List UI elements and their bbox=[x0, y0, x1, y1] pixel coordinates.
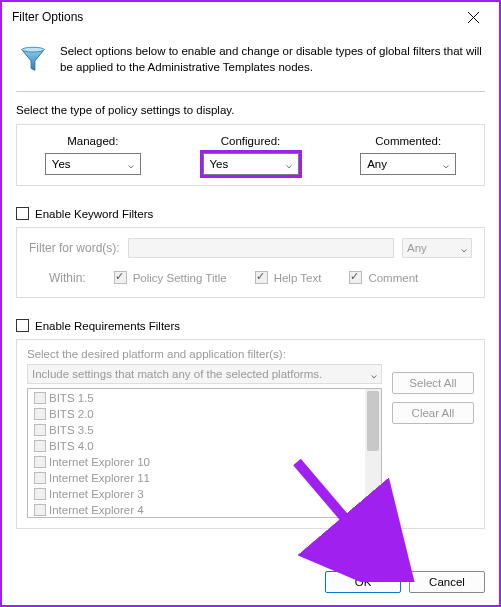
requirements-group: Select the desired platform and applicat… bbox=[16, 339, 485, 529]
within-title-label: Policy Setting Title bbox=[133, 272, 227, 284]
policy-section-label: Select the type of policy settings to di… bbox=[16, 104, 485, 116]
funnel-icon bbox=[18, 44, 48, 74]
svg-point-2 bbox=[22, 47, 45, 52]
filter-words-label: Filter for word(s): bbox=[29, 241, 120, 255]
commented-label: Commented: bbox=[375, 135, 441, 147]
item-label: BITS 2.0 bbox=[49, 408, 94, 420]
divider bbox=[16, 91, 485, 92]
list-item: Internet Explorer 3 bbox=[30, 486, 379, 502]
intro-text: Select options below to enable and chang… bbox=[60, 44, 483, 75]
enable-keyword-checkbox[interactable] bbox=[16, 207, 29, 220]
cancel-button[interactable]: Cancel bbox=[409, 571, 485, 593]
within-title-checkbox bbox=[114, 271, 127, 284]
enable-requirements-checkbox[interactable] bbox=[16, 319, 29, 332]
close-button[interactable] bbox=[453, 3, 493, 31]
item-label: Internet Explorer 4 bbox=[49, 504, 144, 516]
within-help-checkbox bbox=[255, 271, 268, 284]
item-checkbox bbox=[34, 392, 46, 404]
titlebar: Filter Options bbox=[2, 2, 499, 32]
item-checkbox bbox=[34, 456, 46, 468]
configured-select[interactable]: Yes ⌵ bbox=[203, 153, 299, 175]
list-item: BITS 1.5 bbox=[30, 390, 379, 406]
list-item: BITS 4.0 bbox=[30, 438, 379, 454]
within-comment-checkbox bbox=[349, 271, 362, 284]
chevron-down-icon: ⌵ bbox=[461, 243, 467, 254]
chevron-down-icon: ⌵ bbox=[371, 369, 377, 380]
commented-value: Any bbox=[367, 158, 387, 170]
enable-requirements-label: Enable Requirements Filters bbox=[35, 320, 180, 332]
keyword-match-select: Any ⌵ bbox=[402, 238, 472, 258]
requirements-match-text: Include settings that match any of the s… bbox=[32, 368, 322, 380]
keyword-group: Filter for word(s): Any ⌵ Within: Policy… bbox=[16, 227, 485, 298]
ok-button[interactable]: OK bbox=[325, 571, 401, 593]
item-checkbox bbox=[34, 424, 46, 436]
managed-value: Yes bbox=[52, 158, 71, 170]
list-item: Internet Explorer 10 bbox=[30, 454, 379, 470]
item-label: Internet Explorer 10 bbox=[49, 456, 150, 468]
managed-select[interactable]: Yes ⌵ bbox=[45, 153, 141, 175]
chevron-down-icon: ⌵ bbox=[443, 159, 449, 170]
filter-words-input bbox=[128, 238, 394, 258]
select-all-button: Select All bbox=[392, 372, 474, 394]
list-item: BITS 2.0 bbox=[30, 406, 379, 422]
item-checkbox bbox=[34, 504, 46, 516]
scrollbar bbox=[365, 389, 381, 517]
managed-label: Managed: bbox=[67, 135, 118, 147]
item-label: BITS 1.5 bbox=[49, 392, 94, 404]
within-comment-label: Comment bbox=[368, 272, 418, 284]
window-title: Filter Options bbox=[12, 10, 83, 24]
requirements-match-select: Include settings that match any of the s… bbox=[27, 364, 382, 384]
item-label: BITS 3.5 bbox=[49, 424, 94, 436]
within-label: Within: bbox=[49, 271, 86, 285]
list-item: Internet Explorer 11 bbox=[30, 470, 379, 486]
item-checkbox bbox=[34, 488, 46, 500]
item-checkbox bbox=[34, 408, 46, 420]
item-label: Internet Explorer 3 bbox=[49, 488, 144, 500]
clear-all-button: Clear All bbox=[392, 402, 474, 424]
commented-select[interactable]: Any ⌵ bbox=[360, 153, 456, 175]
configured-value: Yes bbox=[210, 158, 229, 170]
item-checkbox bbox=[34, 440, 46, 452]
policy-type-group: Managed: Yes ⌵ Configured: Yes ⌵ Comment… bbox=[16, 124, 485, 186]
close-icon bbox=[468, 12, 479, 23]
configured-label: Configured: bbox=[221, 135, 280, 147]
keyword-match-value: Any bbox=[407, 242, 427, 254]
chevron-down-icon: ⌵ bbox=[286, 159, 292, 170]
enable-keyword-label: Enable Keyword Filters bbox=[35, 208, 153, 220]
requirements-desc: Select the desired platform and applicat… bbox=[27, 348, 382, 360]
list-item: BITS 3.5 bbox=[30, 422, 379, 438]
item-label: BITS 4.0 bbox=[49, 440, 94, 452]
list-item: Internet Explorer 4 bbox=[30, 502, 379, 518]
within-help-label: Help Text bbox=[274, 272, 322, 284]
requirements-list: BITS 1.5 BITS 2.0 BITS 3.5 BITS 4.0 Inte… bbox=[27, 388, 382, 518]
chevron-down-icon: ⌵ bbox=[128, 159, 134, 170]
item-label: Internet Explorer 11 bbox=[49, 472, 150, 484]
item-checkbox bbox=[34, 472, 46, 484]
